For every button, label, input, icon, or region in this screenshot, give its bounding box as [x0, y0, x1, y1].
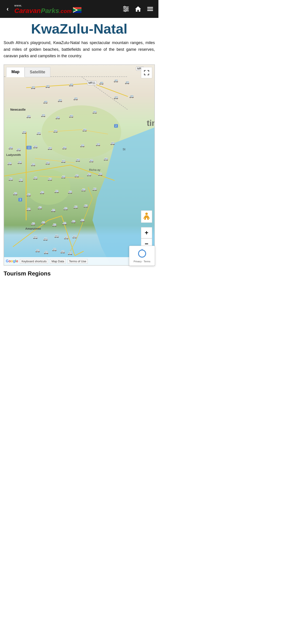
recaptcha-privacy-link[interactable]: Privacy	[134, 260, 142, 263]
map-marker[interactable]: 🚐	[53, 128, 58, 133]
hamburger-menu-icon	[146, 5, 154, 13]
map-marker[interactable]: 🚐	[41, 113, 46, 117]
map-marker[interactable]: 🚐	[68, 251, 72, 255]
svg-line-32	[35, 158, 75, 163]
map-marker[interactable]: 🚐	[69, 114, 73, 118]
map-marker[interactable]: 🚐	[80, 143, 85, 147]
map-marker[interactable]: 🚐	[64, 235, 69, 240]
map-marker[interactable]: 🚐	[84, 204, 88, 208]
map-marker[interactable]: 🚐	[87, 172, 91, 176]
map-marker[interactable]: 🚐	[62, 221, 67, 225]
svg-rect-14	[147, 10, 153, 11]
map-label-amanzimto: Amanzimto	[25, 227, 41, 230]
map-marker[interactable]: 🚐	[61, 159, 66, 163]
map-marker[interactable]: 🚐	[46, 160, 50, 165]
header: ‹ www. Caravan Parks .com	[0, 0, 158, 18]
map-marker[interactable]: 🚐	[98, 172, 103, 176]
map-marker[interactable]: 🚐	[76, 158, 80, 162]
map-marker[interactable]: 🚐	[35, 248, 40, 252]
map-marker[interactable]: 🚐	[38, 205, 42, 210]
map-marker[interactable]: 🚐	[72, 234, 77, 238]
map-marker[interactable]: 🚐	[18, 160, 22, 164]
keyboard-shortcuts-link[interactable]: Keyboard shortcuts	[20, 259, 48, 264]
map-marker[interactable]: 🚐	[75, 173, 79, 178]
map-marker[interactable]: 🚐	[46, 84, 50, 88]
page-title: KwaZulu-Natal	[4, 22, 155, 36]
map-marker[interactable]: 🚐	[19, 178, 23, 182]
filter-icon-button[interactable]	[121, 4, 131, 14]
map-marker[interactable]: 🚐	[52, 247, 57, 251]
map-marker[interactable]: 🚐	[99, 80, 104, 85]
map-expand-button[interactable]	[141, 67, 152, 78]
terms-of-use-link[interactable]: Terms of Use	[68, 259, 88, 264]
map-marker[interactable]: 🚐	[96, 142, 100, 146]
map-marker[interactable]: 🚐	[33, 235, 38, 239]
menu-icon-button[interactable]	[145, 4, 155, 14]
map-marker[interactable]: 🚐	[69, 82, 73, 86]
map-marker[interactable]: 🚐	[43, 236, 48, 241]
map-marker[interactable]: 🚐	[61, 174, 66, 179]
map-marker[interactable]: 🚐	[51, 208, 56, 212]
map-marker[interactable]: 🚐	[41, 220, 46, 224]
map-marker[interactable]: 🚐	[54, 189, 59, 193]
itin-partial-text: tin	[147, 118, 155, 128]
map-marker[interactable]: 🚐	[22, 130, 27, 134]
svg-point-10	[126, 8, 128, 10]
map-marker[interactable]: 🚐	[48, 146, 52, 150]
map-marker[interactable]: 🚐	[48, 177, 52, 181]
recaptcha-terms-link[interactable]: Terms	[144, 260, 150, 263]
map-marker[interactable]: 🚐	[33, 144, 38, 148]
map-marker[interactable]: 🚐	[114, 95, 118, 99]
map-zoom-in-button[interactable]: +	[141, 227, 152, 238]
map-marker[interactable]: 🚐	[92, 187, 97, 191]
back-button[interactable]: ‹	[3, 5, 12, 12]
map-marker[interactable]: 🚐	[16, 147, 21, 152]
map-marker[interactable]: 🚐	[114, 78, 118, 82]
logo-www: www.	[14, 4, 22, 7]
map-type-map-button[interactable]: Map	[6, 67, 25, 77]
map-marker[interactable]: 🚐	[37, 131, 41, 135]
map-marker[interactable]: 🚐	[8, 161, 12, 165]
site-logo[interactable]: www. Caravan Parks .com	[14, 4, 82, 14]
map-marker[interactable]: 🚐	[27, 207, 31, 211]
svg-rect-12	[147, 7, 153, 8]
map-marker[interactable]: 🚐	[63, 206, 68, 210]
map-marker[interactable]: 🚐	[9, 177, 13, 181]
map-marker[interactable]: 🚐	[58, 98, 62, 102]
map-marker[interactable]: 🚐	[44, 250, 48, 254]
map-data-link[interactable]: Map Data	[50, 259, 66, 264]
map-marker[interactable]: 🚐	[68, 190, 72, 194]
map-marker[interactable]: 🚐	[56, 115, 60, 120]
map-marker[interactable]: 🚐	[80, 218, 85, 222]
map-marker[interactable]: 🚐	[71, 219, 76, 224]
map-marker[interactable]: 🚐	[31, 162, 35, 166]
map-marker[interactable]: 🚐	[60, 249, 65, 254]
map-marker[interactable]: 🚐	[27, 192, 31, 196]
svg-line-26	[92, 84, 128, 96]
map-marker[interactable]: 🚐	[125, 80, 129, 84]
pegman-button[interactable]	[141, 210, 152, 223]
map-marker[interactable]: 🚐	[31, 222, 35, 226]
map-marker[interactable]: 🚐	[82, 128, 87, 132]
map-marker[interactable]: 🚐	[73, 96, 78, 100]
map-marker[interactable]: 🚐	[27, 114, 31, 118]
recaptcha-icon	[137, 248, 147, 259]
map-marker[interactable]: 🚐	[43, 100, 48, 104]
map-marker[interactable]: 🚐	[129, 94, 134, 98]
map-marker[interactable]: 🚐	[62, 145, 67, 150]
map-marker[interactable]: 🚐	[73, 204, 78, 209]
map-marker[interactable]: 🚐	[33, 176, 38, 180]
map-marker[interactable]: 🚐	[81, 188, 86, 192]
map-marker[interactable]: 🚐	[110, 141, 115, 145]
map-marker[interactable]: 🚐	[52, 222, 57, 227]
map-marker[interactable]: 🚐	[40, 190, 44, 194]
map-type-satellite-button[interactable]: Satellite	[25, 67, 50, 77]
map-marker[interactable]: 🚐	[104, 156, 108, 161]
map-marker[interactable]: 🚐	[31, 85, 35, 89]
map-marker[interactable]: 🚐	[89, 158, 94, 162]
map-marker[interactable]: 🚐	[13, 191, 18, 196]
map-marker[interactable]: 🚐	[54, 234, 59, 238]
home-icon-button[interactable]	[133, 4, 143, 14]
map-marker[interactable]: 🚐	[92, 110, 97, 114]
map-marker[interactable]: 🚐	[9, 145, 13, 150]
